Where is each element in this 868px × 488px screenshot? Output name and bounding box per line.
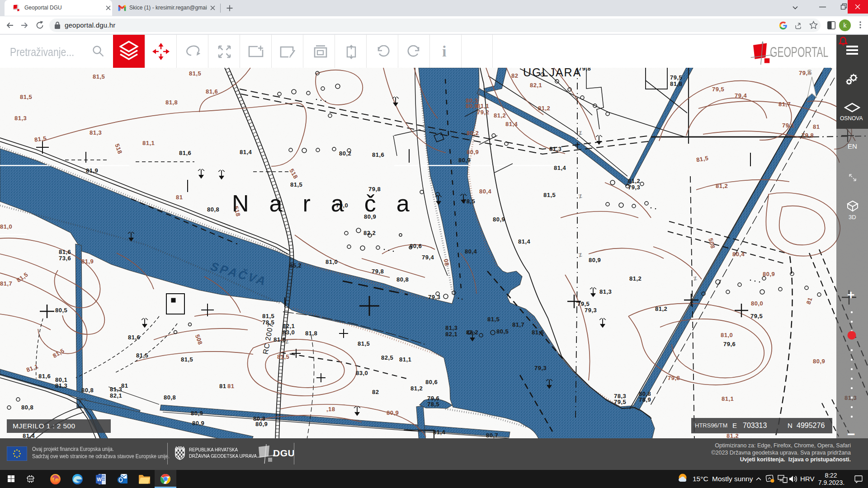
svg-text:81,8: 81,8 [305,330,317,337]
svg-text:81,5: 81,5 [93,73,105,80]
svg-text:81,5: 81,5 [136,352,148,359]
svg-text:81,2: 81,2 [716,183,728,189]
svg-text:81,6: 81,6 [38,373,51,380]
svg-text:81,9: 81,9 [81,258,94,265]
svg-text:81,1: 81,1 [722,395,734,402]
svg-text:81: 81 [813,123,820,130]
svg-text:W: W [97,477,102,482]
svg-text:73,6: 73,6 [59,255,71,262]
svg-text:83,0: 83,0 [283,329,295,336]
svg-text:81,7: 81,7 [0,280,12,287]
svg-text:82: 82 [511,72,518,79]
svg-text:79,5: 79,5 [614,399,626,405]
svg-text:78,5: 78,5 [463,198,475,205]
svg-text:81: 81 [227,383,234,389]
svg-text:80,9: 80,9 [467,149,479,155]
svg-text:80,9: 80,9 [813,358,825,365]
svg-text:79,8: 79,8 [372,268,384,275]
svg-text:79,4: 79,4 [735,92,747,99]
svg-text:81,5: 81,5 [189,70,201,77]
svg-text:82,1: 82,1 [445,331,458,338]
svg-text:79,1: 79,1 [782,122,794,129]
svg-text:,18: ,18 [326,406,335,413]
svg-text:81,6: 81,6 [128,334,140,341]
svg-text:81,5: 81,5 [487,316,500,323]
svg-text:79,5: 79,5 [712,86,724,93]
svg-text:81: 81 [121,382,128,389]
svg-text:80,8: 80,8 [207,206,219,213]
svg-text:80,9: 80,9 [589,257,601,263]
svg-text:08: 08 [443,258,450,267]
svg-text:S: S [807,68,812,77]
svg-text:80,9: 80,9 [763,271,775,277]
svg-text:80,9: 80,9 [191,410,203,417]
svg-text:80,2: 80,2 [467,130,479,136]
svg-text:81,4: 81,4 [554,164,566,171]
svg-text:82,2: 82,2 [363,230,376,236]
svg-text:81,5: 81,5 [290,181,302,188]
svg-text:81,1: 81,1 [477,103,489,109]
svg-text:83,0: 83,0 [356,370,368,376]
svg-text:79,5: 79,5 [750,313,763,319]
svg-text:81,7: 81,7 [512,321,524,328]
svg-text:79,4: 79,4 [422,254,434,261]
svg-text:81,5: 81,5 [543,192,556,198]
svg-text:80,4: 80,4 [479,188,492,195]
svg-text:81,3: 81,3 [110,386,122,393]
svg-text:81,0: 81,0 [0,223,12,230]
svg-text:81,6: 81,6 [179,150,191,156]
svg-text:81,6: 81,6 [206,88,218,95]
svg-text:79,3: 79,3 [585,307,597,314]
svg-text:80,6: 80,6 [425,379,438,385]
svg-text:82,1: 82,1 [110,392,122,399]
svg-text:79,6: 79,6 [723,341,736,347]
svg-text:80,9: 80,9 [458,157,471,164]
svg-text:81: 81 [176,194,183,201]
svg-text:78,9: 78,9 [639,396,651,403]
svg-text:81,1: 81,1 [142,140,155,146]
svg-text:81,4: 81,4 [433,429,446,436]
svg-text:82,1: 82,1 [530,82,542,89]
svg-text:78,5: 78,5 [427,401,439,408]
svg-text:81,5: 81,5 [20,94,32,100]
svg-text:81,4: 81,4 [518,238,531,245]
svg-text:80,9: 80,9 [493,216,505,223]
svg-text:81,3: 81,3 [55,382,67,389]
svg-text:81,2: 81,2 [655,305,667,312]
svg-text:UGLJARA: UGLJARA [523,68,581,79]
svg-text:80,7: 80,7 [486,432,498,438]
svg-text:80,8: 80,8 [396,276,409,283]
svg-text:80,8: 80,8 [81,387,94,394]
svg-text:81,8: 81,8 [165,99,178,106]
svg-text:81,7: 81,7 [778,101,791,108]
svg-text:81,3: 81,3 [549,145,561,152]
svg-text:80,0: 80,0 [751,300,763,307]
svg-text:81,3: 81,3 [90,129,102,136]
svg-text:80,2: 80,2 [339,150,351,157]
svg-text:81,5: 81,5 [358,340,370,347]
svg-text:81,6: 81,6 [372,151,384,158]
svg-text:81: 81 [219,383,226,389]
svg-text:82,2: 82,2 [466,329,478,336]
svg-text:79,5: 79,5 [577,300,590,307]
svg-text:81,2: 81,2 [494,112,506,119]
svg-text:81,4: 81,4 [505,121,518,127]
svg-text:81,9: 81,9 [86,167,98,174]
svg-text:81,2: 81,2 [538,105,550,112]
svg-text:79,3: 79,3 [428,294,440,300]
svg-text:79,2: 79,2 [477,109,489,116]
svg-text:79,5: 79,5 [670,74,682,81]
svg-text:81,2: 81,2 [410,385,423,392]
svg-text:79,3: 79,3 [628,184,640,191]
svg-text:81,3: 81,3 [445,324,458,331]
svg-text:81,6: 81,6 [274,336,286,343]
svg-text:80,9: 80,9 [192,420,204,427]
svg-text:81,3: 81,3 [14,115,27,122]
svg-text:81,2: 81,2 [629,275,642,282]
svg-text:81,6: 81,6 [59,249,71,255]
svg-text:85,2: 85,2 [289,262,302,269]
svg-text:79,8: 79,8 [802,132,814,139]
svg-text:80,4: 80,4 [732,251,745,258]
svg-text:80,8: 80,8 [164,394,176,401]
svg-text:80,8: 80,8 [21,404,33,411]
